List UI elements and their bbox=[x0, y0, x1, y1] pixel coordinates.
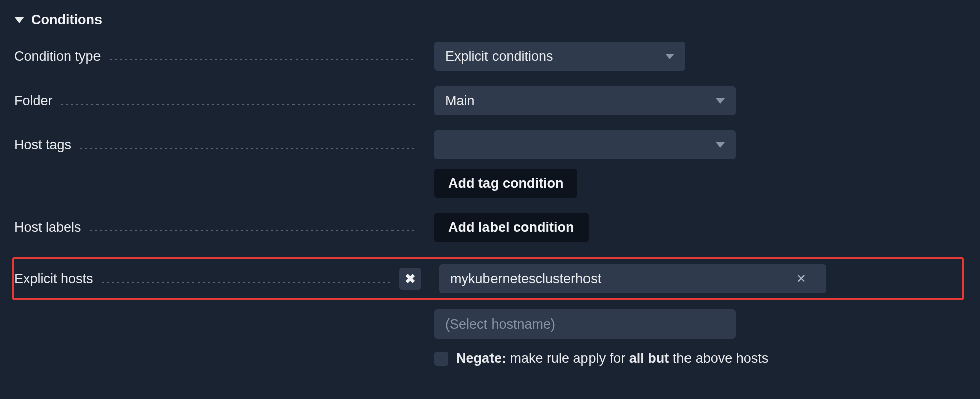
negate-text: Negate: make rule apply for all but the … bbox=[456, 351, 768, 366]
row-condition-type: Condition type Explicit conditions bbox=[14, 42, 964, 71]
folder-select[interactable]: Main bbox=[434, 86, 736, 115]
folder-label: Folder bbox=[14, 93, 57, 109]
controls: Add tag condition bbox=[434, 130, 736, 198]
dotted-leader bbox=[88, 230, 416, 231]
condition-type-select[interactable]: Explicit conditions bbox=[434, 42, 685, 71]
row-folder: Folder Main bbox=[14, 86, 964, 115]
label-wrap: Host tags bbox=[14, 137, 416, 153]
negate-text-prefix: make rule apply for bbox=[506, 351, 629, 366]
controls: Main bbox=[434, 86, 736, 115]
collapse-arrow-icon bbox=[14, 17, 24, 23]
controls: Explicit conditions bbox=[434, 42, 685, 71]
dotted-leader bbox=[78, 148, 416, 149]
close-icon: ✖ bbox=[405, 271, 416, 287]
add-host-placeholder: (Select hostname) bbox=[445, 316, 555, 332]
chevron-down-icon bbox=[665, 54, 674, 59]
folder-value: Main bbox=[445, 93, 475, 109]
section-title: Conditions bbox=[31, 12, 102, 28]
explicit-hosts-extra: (Select hostname) Negate: make rule appl… bbox=[434, 309, 964, 366]
dotted-leader bbox=[101, 282, 390, 283]
controls: Add label condition bbox=[434, 213, 589, 242]
host-tags-label: Host tags bbox=[14, 137, 75, 153]
label-wrap: Explicit hosts bbox=[14, 271, 390, 287]
condition-type-value: Explicit conditions bbox=[445, 49, 553, 64]
chevron-down-icon bbox=[716, 98, 725, 104]
add-label-condition-label: Add label condition bbox=[448, 220, 574, 235]
explicit-hosts-highlight: Explicit hosts ✖ mykubernetesclusterhost… bbox=[12, 257, 964, 300]
row-host-labels: Host labels Add label condition bbox=[14, 213, 964, 242]
negate-row: Negate: make rule apply for all but the … bbox=[434, 351, 964, 366]
negate-checkbox[interactable] bbox=[434, 352, 448, 366]
host-labels-label: Host labels bbox=[14, 220, 85, 235]
conditions-panel: Conditions Condition type Explicit condi… bbox=[0, 0, 980, 376]
negate-label: Negate: bbox=[456, 351, 506, 366]
section-header[interactable]: Conditions bbox=[14, 10, 964, 28]
condition-type-label: Condition type bbox=[14, 49, 105, 64]
chevron-down-icon bbox=[716, 142, 725, 148]
dotted-leader bbox=[60, 104, 416, 105]
add-host-select[interactable]: (Select hostname) bbox=[434, 309, 736, 339]
explicit-host-value: mykubernetesclusterhost bbox=[450, 271, 601, 287]
host-tags-select[interactable] bbox=[434, 130, 736, 159]
controls: mykubernetesclusterhost ✕ bbox=[439, 264, 826, 293]
add-tag-condition-button[interactable]: Add tag condition bbox=[434, 169, 577, 198]
negate-text-suffix: the above hosts bbox=[669, 351, 768, 366]
remove-explicit-hosts-button[interactable]: ✖ bbox=[399, 268, 421, 290]
label-wrap: Folder bbox=[14, 93, 416, 109]
dotted-leader bbox=[108, 59, 416, 60]
add-tag-condition-label: Add tag condition bbox=[448, 176, 563, 191]
label-wrap: Host labels bbox=[14, 220, 416, 235]
clear-host-icon[interactable]: ✕ bbox=[796, 272, 806, 286]
row-host-tags: Host tags Add tag condition bbox=[14, 130, 964, 198]
label-wrap: Condition type bbox=[14, 49, 416, 64]
negate-text-bold: all but bbox=[629, 351, 669, 366]
add-label-condition-button[interactable]: Add label condition bbox=[434, 213, 589, 242]
explicit-hosts-label: Explicit hosts bbox=[14, 271, 97, 287]
explicit-host-select[interactable]: mykubernetesclusterhost ✕ bbox=[439, 264, 826, 293]
